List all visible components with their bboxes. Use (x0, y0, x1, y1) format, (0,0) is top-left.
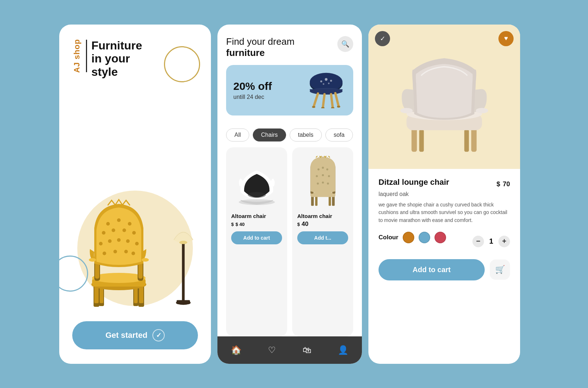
screen2-header: Find your dream furniture 🔍 20% off unti… (217, 25, 362, 128)
product-card-2: Altoarm chair $ 40 Add t... (292, 147, 353, 336)
nav-favorites-button[interactable]: ♡ (265, 342, 279, 358)
screen1-welcome: AJ shop Furniturein yourstyle (59, 25, 211, 364)
checkmark-circle: ✓ (152, 329, 165, 341)
svg-point-40 (320, 80, 322, 82)
svg-line-46 (323, 94, 325, 108)
get-started-label: Get started (105, 331, 147, 340)
svg-rect-35 (176, 300, 190, 304)
nav-home-button[interactable]: 🏠 (228, 342, 245, 358)
svg-rect-72 (471, 127, 477, 152)
filter-chairs[interactable]: Chairs (253, 128, 286, 141)
promo-until: untill 24 dec (233, 94, 272, 100)
get-started-button[interactable]: Get started ✓ (72, 321, 198, 349)
svg-point-17 (128, 222, 131, 226)
filter-all[interactable]: All (226, 128, 249, 141)
svg-point-31 (89, 258, 96, 262)
back-button[interactable]: ✓ (375, 31, 390, 46)
svg-point-41 (330, 80, 332, 82)
add-to-cart-button-2[interactable]: Add t... (297, 231, 348, 244)
svg-rect-56 (332, 196, 334, 206)
brand-name: AJ shop (72, 39, 82, 73)
colour-blue[interactable] (419, 232, 430, 243)
svg-point-26 (135, 242, 139, 245)
svg-point-43 (328, 83, 330, 84)
cart-icon-button[interactable]: 🛒 (490, 260, 510, 280)
svg-point-54 (248, 192, 266, 198)
svg-point-27 (103, 252, 106, 255)
colour-red[interactable] (434, 232, 446, 243)
svg-point-30 (131, 252, 135, 255)
product-description: we gave the shopie chair a cushy curved … (379, 201, 510, 224)
svg-rect-57 (315, 196, 317, 206)
shopping-cart-icon: 🛒 (495, 265, 505, 274)
search-button[interactable]: 🔍 (337, 36, 353, 52)
products-grid: Altoarm chair $ $ 40 Add to cart (217, 147, 362, 336)
title-row: Find your dream furniture 🔍 (226, 36, 353, 58)
minus-icon: − (476, 237, 480, 245)
svg-point-10 (92, 273, 146, 283)
nav-profile-button[interactable]: 👤 (335, 342, 351, 358)
svg-point-32 (142, 258, 149, 262)
product-image-2 (297, 152, 348, 210)
product-name-2: Altoarm chair (297, 213, 348, 219)
svg-point-16 (117, 218, 121, 222)
svg-point-49 (312, 106, 315, 108)
user-icon: 👤 (338, 345, 349, 355)
filter-sofa[interactable]: sofa (325, 128, 353, 141)
svg-point-18 (102, 231, 105, 235)
svg-point-64 (326, 168, 328, 170)
brand-divider (86, 40, 87, 72)
lounge-chair-image (390, 39, 498, 154)
svg-point-68 (317, 183, 319, 185)
svg-point-42 (323, 83, 324, 85)
svg-point-65 (316, 175, 318, 177)
favorite-button[interactable]: ♥ (498, 31, 514, 46)
svg-point-69 (322, 182, 324, 184)
svg-point-24 (117, 238, 121, 242)
search-icon: 🔍 (341, 40, 349, 48)
promo-stool-image (306, 72, 346, 108)
product-name-1: Altoarm chair (231, 213, 282, 219)
svg-point-15 (106, 222, 110, 226)
product-card-1: Altoarm chair $ $ 40 Add to cart (226, 147, 287, 336)
quantity-value: 1 (488, 237, 495, 245)
product-image-1 (231, 152, 282, 210)
svg-point-67 (328, 175, 330, 177)
product-hero: ✓ ♥ (368, 25, 520, 169)
promo-banner: 20% off untill 24 dec (226, 65, 353, 115)
promo-text: 20% off untill 24 dec (233, 80, 272, 100)
quantity-decrease-button[interactable]: − (472, 236, 484, 247)
price-dollar-sign: $ (497, 180, 500, 188)
floor-lamp-image (170, 213, 197, 307)
gold-chair-image (74, 199, 164, 307)
screen2-browse: Find your dream furniture 🔍 20% off unti… (217, 25, 362, 364)
add-to-cart-button[interactable]: Add to cart (379, 259, 485, 280)
svg-point-70 (327, 183, 329, 185)
svg-point-39 (325, 78, 327, 80)
pod-chair-image (233, 156, 280, 206)
brand-tagline: Furniturein yourstyle (91, 39, 142, 79)
quantity-increase-button[interactable]: + (498, 236, 510, 247)
svg-rect-74 (464, 129, 469, 152)
svg-rect-33 (182, 240, 184, 303)
svg-point-66 (322, 174, 324, 176)
product-price-1: $ $ 40 (231, 221, 282, 228)
title-bold: furniture (226, 47, 265, 58)
svg-point-63 (322, 167, 324, 169)
svg-point-21 (132, 231, 136, 235)
svg-point-25 (126, 239, 130, 243)
nav-cart-button[interactable]: 🛍 (300, 342, 314, 358)
home-icon: 🏠 (231, 345, 242, 355)
screen3-product-detail: ✓ ♥ (368, 25, 520, 364)
filter-tables[interactable]: tabels (290, 128, 322, 141)
product-price: $ 70 (497, 178, 510, 189)
price-value: 70 (503, 180, 510, 188)
product-material: laquerd oak (379, 191, 510, 197)
svg-rect-58 (328, 196, 331, 206)
svg-point-22 (99, 242, 103, 245)
add-to-cart-button-1[interactable]: Add to cart (231, 231, 282, 244)
svg-rect-59 (310, 192, 335, 197)
bottom-action-row: Add to cart 🛒 (379, 259, 510, 280)
hero-image-area (72, 79, 198, 314)
colour-orange[interactable] (403, 232, 414, 243)
